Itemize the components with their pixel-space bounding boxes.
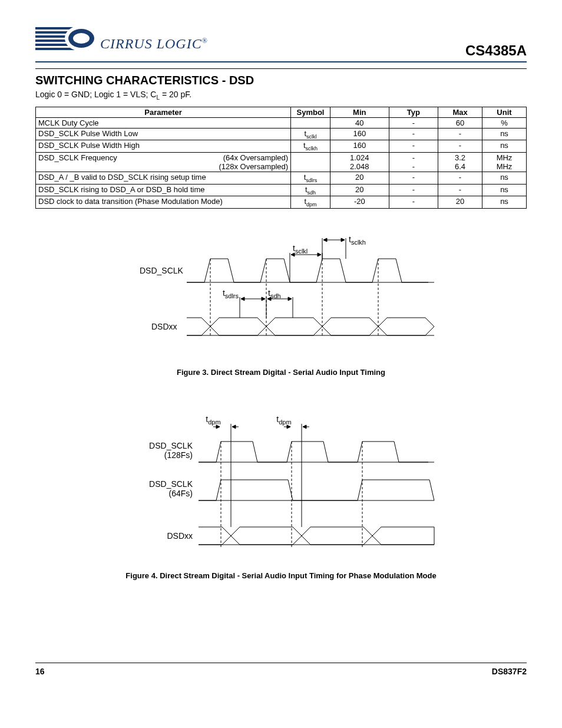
rule <box>35 68 527 69</box>
fig4-tdpm-left: tdpm <box>206 414 220 426</box>
min-cell: 1.0242.048 <box>330 152 389 172</box>
param-cell: DSD_SCLK Pulse Width Low <box>36 128 291 140</box>
min-cell: -20 <box>330 196 389 209</box>
page-number: 16 <box>35 667 45 676</box>
cond-suffix: = 20 pF. <box>160 90 191 99</box>
symbol-cell: tsdh <box>291 184 330 196</box>
symbol-cell <box>291 117 330 128</box>
table-header-row: Parameter Symbol Min Typ Max Unit <box>36 107 527 117</box>
typ-cell: - <box>389 140 438 153</box>
param-cell: MCLK Duty Cycle <box>36 117 291 128</box>
svg-marker-22 <box>323 238 327 242</box>
svg-marker-28 <box>241 297 244 301</box>
typ-cell: - <box>389 128 438 140</box>
typ-cell: - <box>389 196 438 209</box>
fig3-tsclkl-label: tsclkl <box>293 243 308 255</box>
typ-cell: - <box>389 184 438 196</box>
th-unit: Unit <box>482 107 527 117</box>
svg-marker-23 <box>341 238 345 242</box>
conditions: Logic 0 = GND; Logic 1 = VLS; CL = 20 pF… <box>35 90 527 101</box>
th-parameter: Parameter <box>36 107 291 117</box>
figure-4-diagram: tdpm tdpm DSD_SCLK (128Fs) DSD_SCLK (64F… <box>116 412 446 559</box>
max-cell: - <box>438 140 482 153</box>
fig3-dsdxx-label: DSDxx <box>151 322 177 331</box>
typ-cell: - <box>389 172 438 184</box>
symbol-cell: tsclkh <box>291 140 330 153</box>
svg-marker-18 <box>318 253 321 256</box>
max-cell: - <box>438 184 482 196</box>
part-number: CS4385A <box>465 42 527 59</box>
table-row: MCLK Duty Cycle40-60% <box>36 117 527 128</box>
max-cell: - <box>438 128 482 140</box>
symbol-cell <box>291 152 330 172</box>
symbol-cell: tsdlrs <box>291 172 330 184</box>
figure-3-caption: Figure 3. Direct Stream Digital - Serial… <box>35 368 527 377</box>
section-title: SWITCHING CHARACTERISTICS - DSD <box>35 74 527 87</box>
table-row: DSD_A / _B valid to DSD_SCLK rising setu… <box>36 172 527 184</box>
table-row: DSD clock to data transition (Phase Modu… <box>36 196 527 209</box>
param-cell: DSD_SCLK Frequency(64x Oversampled)(128x… <box>36 152 291 172</box>
svg-marker-17 <box>291 253 295 256</box>
logo-icon <box>35 24 100 59</box>
svg-marker-44 <box>232 425 236 429</box>
th-typ: Typ <box>389 107 438 117</box>
param-cell: DSD_A / _B valid to DSD_SCLK rising setu… <box>36 172 291 184</box>
figure-3-diagram: DSD_SCLK DSDxx tsclkh tsclkl tsdlrs tsdh <box>116 226 446 356</box>
unit-cell: ns <box>482 172 527 184</box>
unit-cell: ns <box>482 140 527 153</box>
parameter-table: Parameter Symbol Min Typ Max Unit MCLK D… <box>35 107 527 209</box>
unit-cell: % <box>482 117 527 128</box>
unit-cell: ns <box>482 184 527 196</box>
param-cell: DSD clock to data transition (Phase Modu… <box>36 196 291 209</box>
typ-cell: - <box>389 117 438 128</box>
svg-marker-33 <box>288 297 292 301</box>
max-cell: 60 <box>438 117 482 128</box>
figure-4-caption: Figure 4. Direct Stream Digital - Serial… <box>35 571 527 580</box>
fig4-sclk128-label: DSD_SCLK <box>149 441 193 450</box>
typ-cell: -- <box>389 152 438 172</box>
fig4-sclk64-sub: (64Fs) <box>169 489 193 498</box>
symbol-cell: tsclkl <box>291 128 330 140</box>
logo: CIRRUS LOGIC® <box>35 24 208 59</box>
fig3-tsdh-label: tsdh <box>268 288 281 299</box>
fig3-dsd-sclk-label: DSD_SCLK <box>140 266 184 275</box>
fig4-dsdxx-label: DSDxx <box>167 531 193 541</box>
symbol-cell: tdpm <box>291 196 330 209</box>
svg-marker-49 <box>303 425 306 429</box>
page-header: CIRRUS LOGIC® CS4385A <box>35 24 527 62</box>
param-cell: DSD_SCLK Pulse Width High <box>36 140 291 153</box>
max-cell: 3.26.4 <box>438 152 482 172</box>
min-cell: 20 <box>330 184 389 196</box>
fig3-tsclkh-label: tsclkh <box>349 235 366 246</box>
unit-cell: ns <box>482 196 527 209</box>
fig4-sclk64-label: DSD_SCLK <box>149 479 193 489</box>
min-cell: 40 <box>330 117 389 128</box>
th-min: Min <box>330 107 389 117</box>
unit-cell: MHzMHz <box>482 152 527 172</box>
th-symbol: Symbol <box>291 107 330 117</box>
fig3-tsdlrs-label: tsdlrs <box>223 288 239 299</box>
param-cell: DSD_SCLK rising to DSD_A or DSD_B hold t… <box>36 184 291 196</box>
table-row: DSD_SCLK Frequency(64x Oversampled)(128x… <box>36 152 527 172</box>
cond-prefix: Logic 0 = GND; Logic 1 = VLS; C <box>35 90 156 99</box>
svg-point-8 <box>73 33 90 44</box>
table-row: DSD_SCLK rising to DSD_A or DSD_B hold t… <box>36 184 527 196</box>
min-cell: 20 <box>330 172 389 184</box>
table-row: DSD_SCLK Pulse Width Hightsclkh160--ns <box>36 140 527 153</box>
table-row: DSD_SCLK Pulse Width Lowtsclkl160--ns <box>36 128 527 140</box>
th-max: Max <box>438 107 482 117</box>
max-cell: 20 <box>438 196 482 209</box>
fig4-tdpm-right: tdpm <box>276 414 291 426</box>
unit-cell: ns <box>482 128 527 140</box>
page-footer: 16 DS837F2 <box>35 663 527 676</box>
logo-text: CIRRUS LOGIC® <box>100 36 208 52</box>
min-cell: 160 <box>330 128 389 140</box>
fig4-sclk128-sub: (128Fs) <box>164 450 193 460</box>
doc-number: DS837F2 <box>492 667 527 676</box>
svg-marker-29 <box>262 297 265 301</box>
max-cell: - <box>438 172 482 184</box>
min-cell: 160 <box>330 140 389 153</box>
